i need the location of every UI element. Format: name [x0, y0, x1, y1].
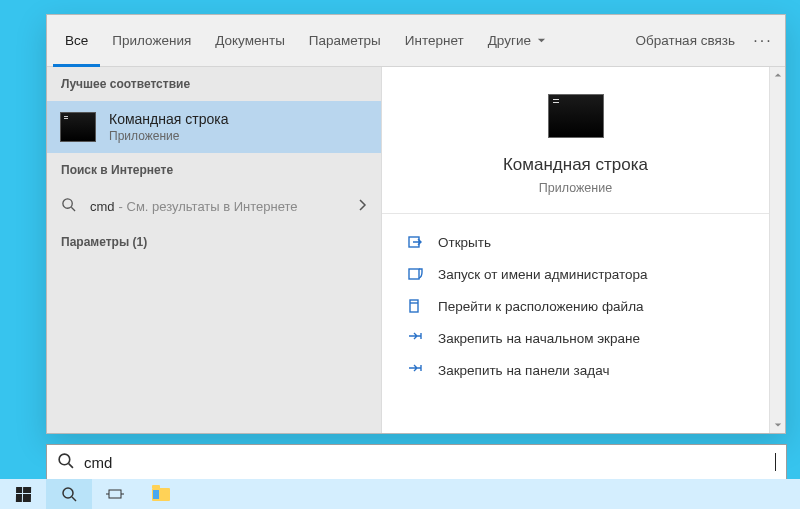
- search-icon: [61, 197, 76, 215]
- preview-panel: Командная строка Приложение Открыть Запу…: [381, 67, 769, 433]
- window-body: Лучшее соответствие Командная строка При…: [47, 67, 785, 433]
- results-panel: Лучшее соответствие Командная строка При…: [47, 67, 381, 433]
- web-hint: - См. результаты в Интернете: [119, 199, 298, 214]
- pin-icon: [406, 361, 424, 379]
- action-run-admin[interactable]: Запуск от имени администратора: [402, 258, 749, 290]
- tab-settings[interactable]: Параметры: [297, 15, 393, 67]
- scrollbar[interactable]: [769, 67, 785, 433]
- svg-point-5: [59, 454, 70, 465]
- action-label: Закрепить на начальном экране: [438, 331, 640, 346]
- search-input[interactable]: [84, 454, 773, 471]
- tab-all[interactable]: Все: [53, 15, 100, 67]
- web-result-item[interactable]: cmd - См. результаты в Интернете: [47, 187, 381, 225]
- svg-point-0: [63, 199, 72, 208]
- tab-other-label: Другие: [488, 33, 531, 48]
- shield-icon: [406, 265, 424, 283]
- tab-apps[interactable]: Приложения: [100, 15, 203, 67]
- section-best-match: Лучшее соответствие: [47, 67, 381, 101]
- taskbar-search-button[interactable]: [46, 479, 92, 509]
- best-match-item[interactable]: Командная строка Приложение: [47, 101, 381, 153]
- tabs-row: Все Приложения Документы Параметры Интер…: [47, 15, 785, 67]
- chevron-right-icon: [357, 199, 367, 214]
- search-window: Все Приложения Документы Параметры Интер…: [46, 14, 786, 434]
- taskbar: [0, 479, 800, 509]
- svg-rect-4: [410, 300, 418, 312]
- preview-subtitle: Приложение: [539, 181, 612, 195]
- web-query: cmd: [90, 199, 115, 214]
- action-label: Запуск от имени администратора: [438, 267, 648, 282]
- search-icon: [61, 486, 77, 502]
- cmd-icon: [549, 95, 603, 137]
- text-caret: [775, 453, 776, 471]
- svg-line-1: [71, 207, 75, 211]
- cmd-icon: [61, 113, 95, 141]
- scroll-up-icon[interactable]: [770, 67, 785, 83]
- preview-title: Командная строка: [503, 155, 648, 175]
- action-open[interactable]: Открыть: [402, 226, 749, 258]
- action-pin-taskbar[interactable]: Закрепить на панели задач: [402, 354, 749, 386]
- search-bar[interactable]: [46, 444, 787, 480]
- action-label: Открыть: [438, 235, 491, 250]
- tab-documents[interactable]: Документы: [203, 15, 297, 67]
- svg-rect-9: [109, 490, 121, 498]
- section-web: Поиск в Интернете: [47, 153, 381, 187]
- action-label: Перейти к расположению файла: [438, 299, 644, 314]
- action-open-location[interactable]: Перейти к расположению файла: [402, 290, 749, 322]
- section-settings[interactable]: Параметры (1): [47, 225, 381, 259]
- search-icon: [57, 452, 74, 472]
- folder-icon: [152, 488, 170, 501]
- scroll-down-icon[interactable]: [770, 417, 785, 433]
- more-button[interactable]: ···: [747, 15, 779, 67]
- file-explorer-button[interactable]: [138, 479, 184, 509]
- start-button[interactable]: [0, 479, 46, 509]
- open-icon: [406, 233, 424, 251]
- preview-hero: Командная строка Приложение: [382, 87, 769, 214]
- chevron-down-icon: [537, 33, 546, 48]
- best-match-text: Командная строка Приложение: [109, 111, 228, 143]
- actions-list: Открыть Запуск от имени администратора П…: [382, 214, 769, 398]
- folder-icon: [406, 297, 424, 315]
- svg-line-6: [69, 464, 73, 468]
- tab-other[interactable]: Другие: [476, 15, 558, 67]
- best-match-subtitle: Приложение: [109, 129, 228, 143]
- task-view-button[interactable]: [92, 479, 138, 509]
- tab-internet[interactable]: Интернет: [393, 15, 476, 67]
- pin-icon: [406, 329, 424, 347]
- action-label: Закрепить на панели задач: [438, 363, 609, 378]
- windows-icon: [15, 487, 30, 502]
- feedback-link[interactable]: Обратная связь: [624, 15, 747, 67]
- svg-rect-3: [409, 269, 419, 279]
- task-view-icon: [106, 487, 124, 501]
- svg-point-7: [63, 488, 73, 498]
- action-pin-start[interactable]: Закрепить на начальном экране: [402, 322, 749, 354]
- svg-line-8: [72, 497, 76, 501]
- best-match-title: Командная строка: [109, 111, 228, 127]
